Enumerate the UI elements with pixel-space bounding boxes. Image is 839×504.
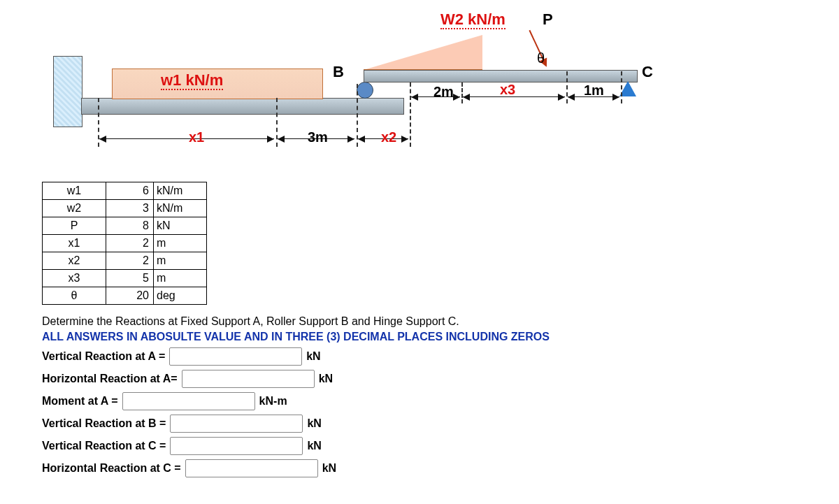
answer-unit: kN bbox=[322, 462, 336, 475]
ext-line bbox=[621, 71, 622, 103]
param-symbol: x3 bbox=[43, 270, 106, 287]
param-symbol: x1 bbox=[43, 235, 106, 252]
answer-input[interactable] bbox=[122, 392, 255, 410]
answer-input[interactable] bbox=[170, 437, 303, 455]
parameter-table: w16kN/mw23kN/mP8kNx12mx22mx35mθ20deg bbox=[42, 182, 207, 305]
param-unit: m bbox=[154, 235, 207, 252]
angle-theta: θ bbox=[537, 50, 545, 66]
table-row: θ20deg bbox=[43, 287, 207, 305]
fixed-support-a bbox=[53, 56, 83, 127]
param-symbol: w1 bbox=[43, 182, 106, 200]
prompt-line-2: ALL ANSWERS IN ABOSULTE VALUE AND IN THR… bbox=[42, 331, 797, 343]
w2-label: W2 kN/m bbox=[440, 10, 505, 29]
answer-label: Vertical Reaction at C = bbox=[42, 440, 166, 452]
param-symbol: θ bbox=[43, 287, 106, 305]
param-value: 5 bbox=[106, 270, 154, 287]
beam-segment-right bbox=[364, 70, 638, 82]
param-unit: kN bbox=[154, 217, 207, 235]
answer-input[interactable] bbox=[182, 370, 315, 388]
answer-unit: kN-m bbox=[259, 395, 287, 408]
label-c: C bbox=[642, 63, 653, 81]
param-symbol: w2 bbox=[43, 200, 106, 217]
param-value: 3 bbox=[106, 200, 154, 217]
table-row: x12m bbox=[43, 235, 207, 252]
answer-label: Moment at A = bbox=[42, 395, 118, 408]
answer-unit: kN bbox=[319, 373, 333, 385]
answer-row: Vertical Reaction at C =kN bbox=[42, 437, 797, 455]
answer-row: Horizontal Reaction at C =kN bbox=[42, 459, 797, 477]
answer-row: Vertical Reaction at B =kN bbox=[42, 415, 797, 433]
ext-line bbox=[410, 82, 411, 147]
table-row: w23kN/m bbox=[43, 200, 207, 217]
dim-x2: x2 bbox=[381, 129, 396, 145]
answer-label: Vertical Reaction at A = bbox=[42, 350, 165, 363]
table-row: w16kN/m bbox=[43, 182, 207, 200]
param-unit: deg bbox=[154, 287, 207, 305]
param-symbol: x2 bbox=[43, 252, 106, 270]
dim-x3: x3 bbox=[500, 82, 515, 98]
label-b: B bbox=[333, 63, 344, 81]
table-row: x22m bbox=[43, 252, 207, 270]
param-value: 8 bbox=[106, 217, 154, 235]
prompt-line-1: Determine the Reactions at Fixed Support… bbox=[42, 315, 797, 328]
answer-row: Horizontal Reaction at A=kN bbox=[42, 370, 797, 388]
dim-2m: 2m bbox=[433, 84, 454, 100]
table-row: x35m bbox=[43, 270, 207, 287]
roller-support-b bbox=[357, 82, 373, 99]
param-value: 2 bbox=[106, 252, 154, 270]
param-value: 2 bbox=[106, 235, 154, 252]
table-row: P8kN bbox=[43, 217, 207, 235]
param-unit: kN/m bbox=[154, 182, 207, 200]
beam-diagram: A w1 kN/m B W2 kN/m P θ C x1 3m x2 2m x3… bbox=[42, 14, 657, 168]
triangular-load-w2 bbox=[364, 35, 482, 70]
answer-row: Moment at A =kN-m bbox=[42, 392, 797, 410]
answer-row: Vertical Reaction at A =kN bbox=[42, 347, 797, 366]
answer-label: Horizontal Reaction at C = bbox=[42, 462, 181, 475]
answer-input[interactable] bbox=[169, 347, 302, 366]
dim-1m: 1m bbox=[584, 82, 604, 99]
answer-label: Vertical Reaction at B = bbox=[42, 417, 166, 430]
param-unit: m bbox=[154, 270, 207, 287]
dim-x1-line bbox=[99, 138, 274, 139]
answer-input[interactable] bbox=[170, 415, 303, 433]
answer-input[interactable] bbox=[185, 459, 318, 477]
param-value: 20 bbox=[106, 287, 154, 305]
w1-label: w1 kN/m bbox=[161, 71, 223, 89]
param-value: 6 bbox=[106, 182, 154, 200]
answer-unit: kN bbox=[307, 417, 321, 430]
dim-x1: x1 bbox=[189, 129, 204, 145]
beam-segment-left bbox=[81, 98, 404, 115]
answer-unit: kN bbox=[307, 440, 321, 452]
param-symbol: P bbox=[43, 217, 106, 235]
answer-label: Horizontal Reaction at A= bbox=[42, 373, 178, 385]
force-p-label: P bbox=[543, 10, 553, 29]
answer-unit: kN bbox=[306, 350, 320, 363]
dim-3m: 3m bbox=[308, 129, 328, 145]
param-unit: m bbox=[154, 252, 207, 270]
param-unit: kN/m bbox=[154, 200, 207, 217]
